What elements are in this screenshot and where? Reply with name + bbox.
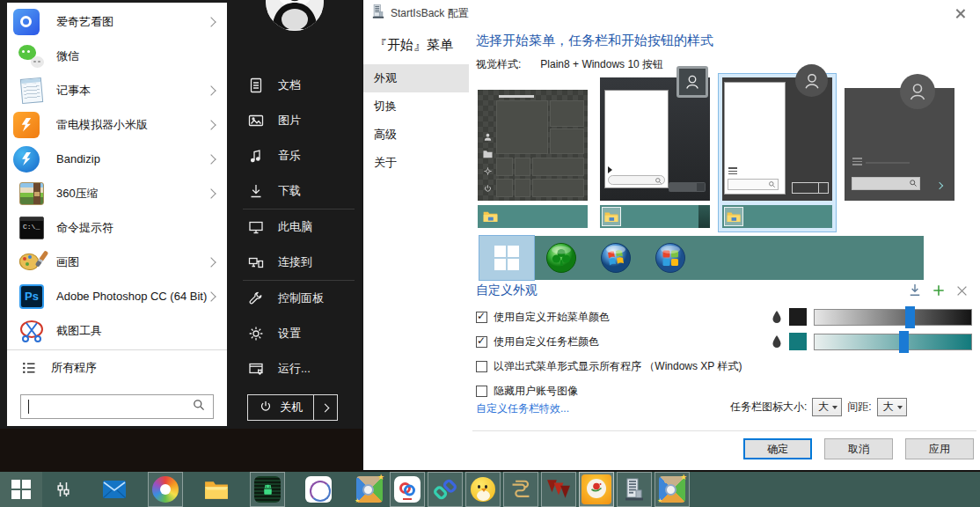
download-style-icon[interactable]: [909, 283, 921, 300]
shutdown-button[interactable]: 关机: [247, 394, 338, 421]
cancel-button[interactable]: 取消: [824, 438, 893, 459]
start-button-windowsxp-orb[interactable]: [643, 236, 698, 280]
dialog-tab[interactable]: 外观: [363, 64, 469, 92]
start-button-windows7-orb[interactable]: [589, 236, 643, 280]
game-telescope-icon: ★★: [659, 476, 685, 503]
taskbar-item-explorer[interactable]: [199, 472, 234, 507]
chevron-down-icon: [897, 406, 903, 409]
circle-app-icon: [305, 476, 332, 503]
startisback-app-icon: [372, 4, 384, 22]
start-app-item[interactable]: 微信: [7, 39, 227, 73]
taskbar-color-swatch[interactable]: [789, 333, 807, 350]
spacing-dropdown[interactable]: 大: [877, 398, 907, 416]
style-preview-windows7[interactable]: [596, 74, 713, 231]
app-label: 记事本: [56, 83, 208, 99]
style-actions: [909, 283, 968, 300]
place-item-picture[interactable]: 图片: [227, 103, 363, 138]
place-item-computer[interactable]: 此电脑: [227, 209, 363, 245]
taskbar-item-task-view[interactable]: [46, 472, 81, 507]
menu-color-swatch[interactable]: [789, 308, 807, 326]
shutdown-options-arrow[interactable]: [314, 395, 337, 420]
option-custom-start-menu-color[interactable]: 使用自定义开始菜单颜色: [476, 305, 742, 329]
search-box[interactable]: [20, 394, 214, 419]
submenu-chevron-icon: [206, 291, 216, 301]
place-item-document[interactable]: 文档: [227, 68, 363, 103]
taskbar-item-bs-app[interactable]: [503, 472, 538, 507]
style-preview-plain8[interactable]: [719, 74, 836, 231]
page-heading: 选择开始菜单，任务栏和开始按钮的样式: [476, 33, 713, 49]
start-app-item[interactable]: PsAdobe Photoshop CC (64 Bit): [7, 279, 227, 313]
remove-style-icon[interactable]: [956, 284, 968, 300]
start-app-item[interactable]: Bandizip: [7, 142, 227, 176]
start-app-item[interactable]: 雷电模拟器小米版: [7, 107, 227, 142]
taskbar-item-game-stars-2[interactable]: ★★: [655, 472, 690, 507]
ok-button[interactable]: 确定: [743, 438, 812, 459]
preview-menu-flat: [845, 88, 954, 201]
start-app-item[interactable]: C:\_命令提示符: [7, 210, 227, 245]
start-app-item[interactable]: 截图工具: [7, 313, 227, 348]
app-label: 微信: [56, 48, 218, 64]
place-item-download[interactable]: 下载: [227, 173, 363, 209]
app-label: 360压缩: [56, 186, 208, 202]
taskbar-item-startisback-app[interactable]: [617, 472, 652, 507]
shutdown-main[interactable]: 关机: [248, 395, 313, 420]
taskbar-item-orange-logo-app[interactable]: [579, 472, 614, 507]
taskbar-item-chick-game[interactable]: [465, 472, 501, 507]
start-app-item[interactable]: 360压缩: [7, 176, 227, 210]
netdisk-icon: [394, 476, 421, 503]
option-custom-taskbar-color[interactable]: 使用自定义任务栏颜色: [476, 329, 742, 354]
style-preview-flat[interactable]: [841, 74, 958, 231]
checkbox-icon[interactable]: [476, 312, 487, 323]
taskbar-item-red-w-app[interactable]: [541, 472, 576, 507]
taskbar-color-track[interactable]: [814, 334, 972, 350]
option-popup-all-programs[interactable]: 以弹出式菜单形式显示所有程序 （Windows XP 样式): [476, 354, 742, 378]
checkbox-icon[interactable]: [476, 361, 487, 372]
start-button-clover[interactable]: [534, 236, 589, 280]
search-input[interactable]: [31, 400, 192, 414]
user-avatar[interactable]: [266, 0, 324, 31]
taskbar-fx-link[interactable]: 自定义任务栏特效...: [476, 401, 569, 416]
taskbar-item-android-emulator[interactable]: [250, 472, 285, 507]
start-app-item[interactable]: 画图: [7, 245, 227, 279]
place-item-music[interactable]: 音乐: [227, 138, 363, 173]
sidebar-header: 『开始』菜单: [374, 37, 469, 54]
place-label: 运行...: [278, 361, 311, 377]
place-item-settings[interactable]: 设置: [227, 316, 363, 351]
start-button-windows10[interactable]: [479, 236, 534, 280]
dialog-tab[interactable]: 关于: [363, 149, 469, 177]
dialog-titlebar[interactable]: StartIsBack 配置: [363, 0, 980, 26]
all-programs-item[interactable]: 所有程序: [7, 350, 227, 386]
option-hide-user-picture[interactable]: 隐藏用户账号图像: [476, 378, 742, 403]
start-app-item[interactable]: 爱奇艺看图: [7, 4, 227, 39]
dialog-close-button[interactable]: [940, 0, 980, 26]
taskbar-item-mail[interactable]: [97, 472, 132, 507]
settings-icon: [247, 325, 265, 342]
taskbar-item-link-tool[interactable]: [428, 472, 463, 507]
visual-style-row: 视觉样式: Plain8 + Windows 10 按钮: [476, 57, 663, 72]
taskbar-item-netdisk[interactable]: [390, 472, 425, 507]
place-item-connect[interactable]: 连接到: [227, 245, 363, 280]
taskbar-item-circle-app[interactable]: [301, 472, 336, 507]
start-app-item[interactable]: 记事本: [7, 73, 227, 107]
app-label: 命令提示符: [56, 220, 218, 236]
apply-button[interactable]: 应用: [905, 438, 974, 459]
dialog-tab[interactable]: 切换: [363, 92, 469, 121]
taskbar-item-game-stars[interactable]: ★★: [352, 472, 387, 507]
taskbar-start-button[interactable]: [0, 472, 42, 507]
checkbox-icon[interactable]: [476, 386, 487, 397]
menu-color-track[interactable]: [814, 309, 972, 326]
slider-handle[interactable]: [899, 331, 909, 353]
wechat-icon: [18, 43, 45, 70]
place-item-run[interactable]: 运行...: [227, 351, 363, 386]
search-area: [7, 388, 227, 426]
slider-handle[interactable]: [905, 306, 915, 328]
icon-size-dropdown[interactable]: 大: [812, 398, 842, 416]
checkbox-icon[interactable]: [476, 336, 487, 348]
add-style-icon[interactable]: [932, 284, 945, 300]
style-preview-windows10[interactable]: [474, 74, 591, 231]
taskbar-item-browser-360[interactable]: [148, 472, 183, 507]
dialog-tab[interactable]: 高级: [363, 121, 469, 149]
spacing-label: 间距:: [847, 400, 871, 415]
folder-icon: [483, 210, 498, 223]
place-item-control-panel[interactable]: 控制面板: [227, 281, 363, 316]
